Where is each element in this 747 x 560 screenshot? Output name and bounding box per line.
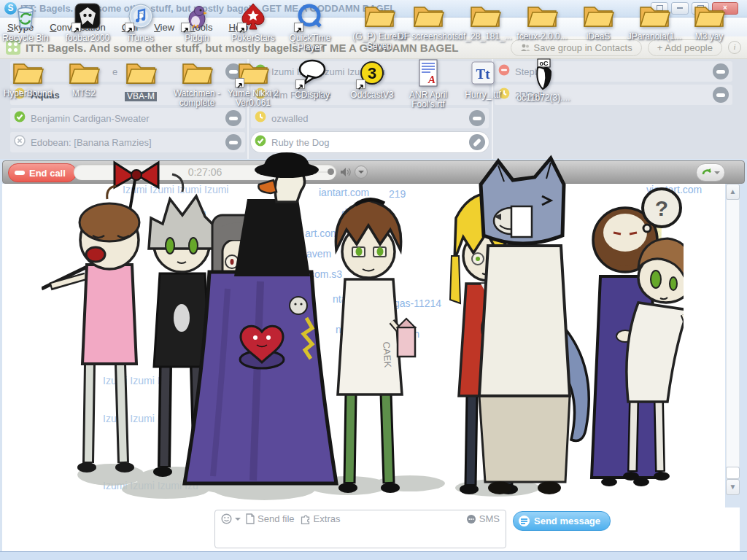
folder-icon (124, 58, 158, 86)
chat-text-fragment: hy does (467, 295, 503, 306)
cdisplay-icon (297, 58, 328, 90)
shortcut-arrow-icon (356, 79, 365, 89)
desktop-icon-label: JParanoia(1... (623, 32, 686, 42)
desktop-icon-yume-nikki-2[interactable]: Yume Nikki 2Ver0.061 (222, 58, 285, 108)
desktop-icon-jparanoia-1-[interactable]: JParanoia(1... (623, 1, 686, 42)
chat-text-fragment[interactable]: rw.m (249, 248, 271, 260)
extras-button[interactable]: Extras (300, 513, 341, 524)
chat-text-fragment: mu (289, 316, 303, 328)
emoticon-picker[interactable] (221, 513, 241, 524)
desktop-icon-hurry-ttf[interactable]: TtHurry_.ttf (452, 58, 514, 100)
desktop-icon-itunes[interactable]: iTunes (109, 1, 172, 43)
scroll-up-button[interactable]: ▲ (726, 184, 740, 200)
volume-slider[interactable] (293, 171, 330, 173)
desktop-icon-pokerstars[interactable]: PokerStars (222, 1, 285, 43)
desktop-icon-fceux-2-0-0-[interactable]: fceux-2.0.0... (511, 1, 573, 42)
send-file-button[interactable]: Send file (246, 513, 295, 524)
recycle-icon (11, 1, 40, 34)
redial-button[interactable] (696, 163, 725, 182)
participant-row[interactable]: ozwalled (251, 108, 489, 128)
sms-button[interactable]: SMS (466, 513, 500, 524)
scroll-down-button[interactable]: ▼ (726, 479, 740, 495)
speaker-icon[interactable] (339, 166, 351, 178)
chat-text-fragment[interactable]: ge (239, 268, 251, 280)
desktop-icon-m3-yay[interactable]: M3 yay (678, 1, 740, 42)
chat-text-fragment: Izumi Izumi Izu (103, 375, 171, 386)
participant-row[interactable]: Ruby the Dog (251, 132, 489, 152)
volume-knob[interactable] (328, 168, 334, 175)
chat-text-fragment[interactable]: 219 (389, 188, 406, 200)
desktop-icon-cdisplay[interactable]: CDisplay (281, 58, 344, 100)
chat-text-fragment[interactable]: art.com/f (305, 228, 344, 239)
chat-text-fragment: call (225, 432, 240, 443)
desktop-icon-label: Fool's.rtf (397, 100, 460, 109)
shortcut-arrow-icon (125, 23, 134, 32)
status-online-icon (255, 135, 266, 149)
desktop-icon-df-screenshots[interactable]: DF screenshots (397, 1, 460, 42)
desktop-icon-label: OddcastV3 (341, 90, 403, 100)
folder-icon (638, 1, 671, 32)
participant-row[interactable]: Benjamin Cardigan-Sweater (10, 108, 245, 128)
desktop-icon-oddcastv3[interactable]: 3OddcastV3 (341, 58, 403, 100)
chat-text-fragment[interactable]: deviantar (341, 207, 384, 219)
scrollbar-thumb[interactable] (726, 467, 740, 479)
hang-up-icon (15, 171, 25, 175)
folder-icon (692, 1, 726, 29)
hang-up-participant-button[interactable] (225, 110, 241, 126)
chat-text-fragment[interactable]: eviantar (617, 207, 654, 219)
participant-name: Edobean: [Banana Ramzies] (31, 137, 152, 148)
itunes-icon (126, 1, 155, 34)
window-bottom-edge (0, 551, 747, 560)
chat-text-fragment[interactable]: rt.com/fo (622, 228, 661, 239)
info-icon[interactable]: i (728, 41, 741, 54)
hang-up-participant-button[interactable] (225, 134, 241, 150)
desktop-icon-anr-april[interactable]: AANR AprilFool's.rtf (397, 58, 460, 109)
chevron-down-icon (235, 518, 241, 524)
folder-icon (11, 58, 44, 89)
chat-text-fragment[interactable]: pa (251, 280, 263, 292)
scrollbar-track[interactable] (726, 200, 740, 467)
chat-text-fragment[interactable]: iantart.com (319, 187, 369, 198)
chat-text-fragment[interactable]: gas-11214 (394, 298, 441, 309)
hang-up-participant-button[interactable] (469, 110, 485, 126)
chat-text-fragment[interactable]: ntart.co (336, 324, 370, 335)
desktop-icon-mts2[interactable]: MTS2 (53, 58, 115, 98)
desktop-icon-label: iTunes (109, 34, 172, 43)
desktop-icon-recycle-bin[interactable]: Recycle Bin (0, 1, 57, 43)
desktop-icon-vba-m[interactable]: VBA-M (109, 58, 172, 102)
desktop-icon-quicktime[interactable]: QuickTimePlayer (279, 1, 341, 52)
shortcut-arrow-icon (181, 23, 190, 32)
status-offline-icon (14, 135, 26, 149)
shortcut-arrow-icon (237, 23, 247, 32)
call-participant-button[interactable] (469, 134, 485, 150)
file-icon (246, 513, 255, 524)
chat-text-fragment[interactable]: viantart.com (646, 184, 702, 195)
quicktime-icon (295, 1, 325, 34)
chat-history-area[interactable]: Izumi Izumi Izumi IzumiIzumi Izumi IzuIz… (2, 184, 725, 508)
chat-text-fragment[interactable]: edgeh (391, 328, 419, 340)
chat-text-fragment[interactable]: avem (306, 248, 331, 260)
desktop-icon-pidgin[interactable]: Pidgin (166, 1, 228, 43)
hang-up-participant-button[interactable] (713, 63, 729, 79)
chat-text-fragment[interactable]: Aip (191, 207, 206, 219)
chat-text-fragment[interactable]: ntart.con (333, 293, 372, 305)
hang-up-participant-button[interactable] (713, 87, 729, 103)
message-input-box[interactable]: Send file Extras SMS (214, 510, 506, 548)
chat-text-fragment[interactable]: com.s3 (309, 268, 342, 280)
chat-text-fragment: ost (257, 315, 271, 327)
call-options-chevron[interactable] (355, 166, 368, 179)
end-call-button[interactable]: End call (8, 163, 77, 182)
desktop-icon-watchmen-[interactable]: Watchmen -complete (166, 58, 228, 108)
desktop-icon-ideas[interactable]: iDeaS (567, 1, 630, 42)
people-icon (520, 44, 530, 52)
desktop-icon-oc11b72-3-[interactable]: oCoc11b72(3).... (512, 58, 575, 103)
desktop-icon-hyperbound[interactable]: HyperBound (0, 58, 59, 98)
desktop-icon-label: oc11b72(3).... (512, 93, 575, 103)
desktop-icon-label: HyperBound (0, 89, 59, 98)
participant-row[interactable]: Edobean: [Banana Ramzies] (10, 132, 245, 152)
desktop-icon-df-28-181-[interactable]: df_28_181_... (454, 1, 516, 42)
send-message-button[interactable]: Send message (513, 511, 611, 531)
desktop-icon-label: Hurry_.ttf (452, 90, 514, 100)
chat-text-fragment[interactable]: http://plush (226, 292, 276, 303)
desktop-icon-label: Ver0.061 (222, 98, 285, 108)
